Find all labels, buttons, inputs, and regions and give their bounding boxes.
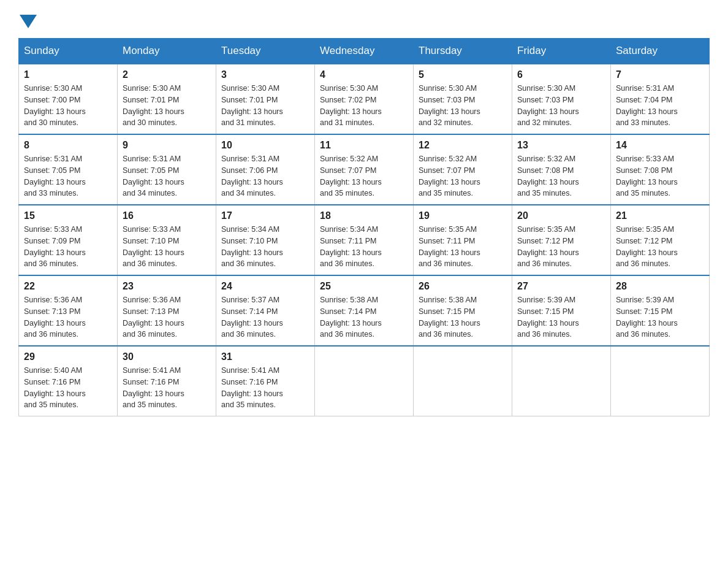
day-info: Sunrise: 5:31 AM Sunset: 7:05 PM Dayligh… [123,153,211,199]
day-info: Sunrise: 5:36 AM Sunset: 7:13 PM Dayligh… [123,294,211,340]
day-number: 9 [123,140,211,151]
calendar-cell [611,346,710,416]
calendar-cell: 31 Sunrise: 5:41 AM Sunset: 7:16 PM Dayl… [216,346,315,416]
calendar-cell: 30 Sunrise: 5:41 AM Sunset: 7:16 PM Dayl… [118,346,216,416]
calendar-week-row: 1 Sunrise: 5:30 AM Sunset: 7:00 PM Dayli… [19,64,710,134]
day-number: 25 [320,281,408,292]
day-info: Sunrise: 5:31 AM Sunset: 7:05 PM Dayligh… [24,153,112,199]
day-info: Sunrise: 5:32 AM Sunset: 7:07 PM Dayligh… [419,153,507,199]
day-number: 6 [517,69,605,80]
day-info: Sunrise: 5:39 AM Sunset: 7:15 PM Dayligh… [616,294,704,340]
calendar-header-sunday: Sunday [19,39,118,64]
calendar-cell: 12 Sunrise: 5:32 AM Sunset: 7:07 PM Dayl… [414,134,512,205]
calendar-cell: 25 Sunrise: 5:38 AM Sunset: 7:14 PM Dayl… [315,275,414,346]
day-info: Sunrise: 5:33 AM Sunset: 7:08 PM Dayligh… [616,153,704,199]
calendar-cell: 24 Sunrise: 5:37 AM Sunset: 7:14 PM Dayl… [216,275,315,346]
calendar-cell: 9 Sunrise: 5:31 AM Sunset: 7:05 PM Dayli… [118,134,216,205]
calendar-table: SundayMondayTuesdayWednesdayThursdayFrid… [18,38,710,416]
day-info: Sunrise: 5:33 AM Sunset: 7:10 PM Dayligh… [123,224,211,270]
calendar-cell: 5 Sunrise: 5:30 AM Sunset: 7:03 PM Dayli… [414,64,512,134]
calendar-cell: 22 Sunrise: 5:36 AM Sunset: 7:13 PM Dayl… [19,275,118,346]
calendar-cell: 23 Sunrise: 5:36 AM Sunset: 7:13 PM Dayl… [118,275,216,346]
day-number: 14 [616,140,704,151]
day-info: Sunrise: 5:39 AM Sunset: 7:15 PM Dayligh… [517,294,605,340]
day-number: 18 [320,210,408,221]
calendar-header-monday: Monday [118,39,216,64]
day-number: 7 [616,69,704,80]
day-info: Sunrise: 5:30 AM Sunset: 7:01 PM Dayligh… [221,83,309,129]
day-number: 19 [419,210,507,221]
calendar-cell: 2 Sunrise: 5:30 AM Sunset: 7:01 PM Dayli… [118,64,216,134]
day-info: Sunrise: 5:41 AM Sunset: 7:16 PM Dayligh… [123,365,211,411]
day-number: 15 [24,210,112,221]
logo-triangle-icon [20,15,37,28]
day-info: Sunrise: 5:30 AM Sunset: 7:03 PM Dayligh… [517,83,605,129]
day-number: 1 [24,69,112,80]
page-header [18,12,710,26]
day-number: 21 [616,210,704,221]
day-number: 27 [517,281,605,292]
day-number: 12 [419,140,507,151]
day-info: Sunrise: 5:35 AM Sunset: 7:12 PM Dayligh… [517,224,605,270]
calendar-cell: 20 Sunrise: 5:35 AM Sunset: 7:12 PM Dayl… [512,205,611,275]
day-info: Sunrise: 5:38 AM Sunset: 7:15 PM Dayligh… [419,294,507,340]
calendar-cell [414,346,512,416]
calendar-cell: 17 Sunrise: 5:34 AM Sunset: 7:10 PM Dayl… [216,205,315,275]
day-info: Sunrise: 5:34 AM Sunset: 7:11 PM Dayligh… [320,224,408,270]
day-info: Sunrise: 5:40 AM Sunset: 7:16 PM Dayligh… [24,365,112,411]
day-number: 23 [123,281,211,292]
day-number: 16 [123,210,211,221]
calendar-cell: 15 Sunrise: 5:33 AM Sunset: 7:09 PM Dayl… [19,205,118,275]
day-number: 5 [419,69,507,80]
day-info: Sunrise: 5:32 AM Sunset: 7:08 PM Dayligh… [517,153,605,199]
calendar-cell: 16 Sunrise: 5:33 AM Sunset: 7:10 PM Dayl… [118,205,216,275]
day-number: 11 [320,140,408,151]
day-number: 28 [616,281,704,292]
day-info: Sunrise: 5:36 AM Sunset: 7:13 PM Dayligh… [24,294,112,340]
calendar-header-thursday: Thursday [414,39,512,64]
day-number: 26 [419,281,507,292]
calendar-cell: 28 Sunrise: 5:39 AM Sunset: 7:15 PM Dayl… [611,275,710,346]
day-number: 22 [24,281,112,292]
day-number: 30 [123,351,211,362]
calendar-week-row: 15 Sunrise: 5:33 AM Sunset: 7:09 PM Dayl… [19,205,710,275]
day-info: Sunrise: 5:32 AM Sunset: 7:07 PM Dayligh… [320,153,408,199]
day-info: Sunrise: 5:30 AM Sunset: 7:03 PM Dayligh… [419,83,507,129]
calendar-cell: 29 Sunrise: 5:40 AM Sunset: 7:16 PM Dayl… [19,346,118,416]
calendar-cell: 19 Sunrise: 5:35 AM Sunset: 7:11 PM Dayl… [414,205,512,275]
logo [18,12,38,26]
day-info: Sunrise: 5:35 AM Sunset: 7:12 PM Dayligh… [616,224,704,270]
calendar-cell: 14 Sunrise: 5:33 AM Sunset: 7:08 PM Dayl… [611,134,710,205]
day-number: 3 [221,69,309,80]
calendar-week-row: 8 Sunrise: 5:31 AM Sunset: 7:05 PM Dayli… [19,134,710,205]
day-info: Sunrise: 5:35 AM Sunset: 7:11 PM Dayligh… [419,224,507,270]
day-info: Sunrise: 5:33 AM Sunset: 7:09 PM Dayligh… [24,224,112,270]
calendar-cell: 27 Sunrise: 5:39 AM Sunset: 7:15 PM Dayl… [512,275,611,346]
day-number: 13 [517,140,605,151]
day-number: 4 [320,69,408,80]
calendar-cell: 18 Sunrise: 5:34 AM Sunset: 7:11 PM Dayl… [315,205,414,275]
calendar-cell: 11 Sunrise: 5:32 AM Sunset: 7:07 PM Dayl… [315,134,414,205]
day-number: 20 [517,210,605,221]
day-info: Sunrise: 5:37 AM Sunset: 7:14 PM Dayligh… [221,294,309,340]
calendar-header-friday: Friday [512,39,611,64]
calendar-header-wednesday: Wednesday [315,39,414,64]
day-info: Sunrise: 5:31 AM Sunset: 7:06 PM Dayligh… [221,153,309,199]
day-number: 10 [221,140,309,151]
day-number: 24 [221,281,309,292]
day-info: Sunrise: 5:30 AM Sunset: 7:01 PM Dayligh… [123,83,211,129]
day-number: 29 [24,351,112,362]
calendar-cell: 3 Sunrise: 5:30 AM Sunset: 7:01 PM Dayli… [216,64,315,134]
day-number: 2 [123,69,211,80]
day-info: Sunrise: 5:31 AM Sunset: 7:04 PM Dayligh… [616,83,704,129]
calendar-week-row: 29 Sunrise: 5:40 AM Sunset: 7:16 PM Dayl… [19,346,710,416]
calendar-cell: 26 Sunrise: 5:38 AM Sunset: 7:15 PM Dayl… [414,275,512,346]
calendar-cell: 8 Sunrise: 5:31 AM Sunset: 7:05 PM Dayli… [19,134,118,205]
day-info: Sunrise: 5:30 AM Sunset: 7:02 PM Dayligh… [320,83,408,129]
calendar-header-tuesday: Tuesday [216,39,315,64]
calendar-cell: 21 Sunrise: 5:35 AM Sunset: 7:12 PM Dayl… [611,205,710,275]
calendar-cell [315,346,414,416]
day-number: 8 [24,140,112,151]
calendar-cell: 10 Sunrise: 5:31 AM Sunset: 7:06 PM Dayl… [216,134,315,205]
day-info: Sunrise: 5:41 AM Sunset: 7:16 PM Dayligh… [221,365,309,411]
